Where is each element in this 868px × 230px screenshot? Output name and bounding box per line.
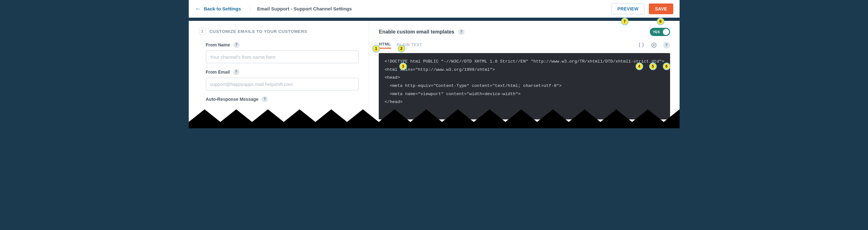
annotation-marker-7: 7: [621, 18, 629, 25]
annotation-marker-6: 6: [663, 63, 671, 70]
annotation-marker-8: 8: [657, 18, 664, 25]
right-column: Enable custom email templates ? YES HTML…: [369, 21, 679, 128]
annotation-marker-3: 3: [399, 63, 407, 70]
annotation-marker-5: 5: [649, 63, 657, 70]
from-name-input[interactable]: [206, 50, 359, 63]
annotation-marker-2: 2: [398, 45, 405, 52]
auto-response-label: Auto-Response Message: [206, 97, 258, 102]
enable-templates-toggle[interactable]: YES: [650, 28, 670, 36]
toggle-label: YES: [653, 30, 660, 34]
from-email-input[interactable]: [206, 78, 359, 90]
help-icon[interactable]: ?: [261, 96, 268, 102]
help-icon[interactable]: ?: [234, 42, 240, 48]
enable-templates-title: Enable custom email templates: [379, 29, 454, 35]
header-bar: ← Back to Settings Email Support - Suppo…: [189, 0, 680, 18]
annotation-marker-1: 1: [372, 45, 380, 52]
left-column: 1 CUSTOMIZE EMAILS TO YOUR CUSTOMERS Fro…: [189, 21, 370, 128]
section-title: CUSTOMIZE EMAILS TO YOUR CUSTOMERS: [210, 29, 308, 34]
gear-icon[interactable]: [650, 42, 657, 49]
toggle-knob: [663, 29, 669, 35]
help-icon[interactable]: ?: [233, 69, 239, 75]
help-icon[interactable]: ?: [458, 29, 465, 35]
from-email-label: From Email: [206, 70, 230, 75]
back-link[interactable]: ← Back to Settings: [195, 6, 241, 12]
help-icon[interactable]: ?: [663, 42, 670, 49]
braces-icon[interactable]: [638, 42, 645, 49]
from-name-label: From Name: [206, 42, 230, 47]
step-number: 1: [199, 28, 206, 35]
svg-point-0: [653, 44, 655, 46]
save-button[interactable]: SAVE: [649, 3, 673, 14]
preview-button[interactable]: PREVIEW: [612, 3, 645, 14]
annotation-marker-4: 4: [636, 63, 643, 70]
back-label: Back to Settings: [204, 6, 241, 11]
tab-html[interactable]: HTML: [379, 42, 391, 49]
code-editor[interactable]: <!DOCTYPE html PUBLIC "-//W3C//DTD XHTML…: [379, 53, 670, 119]
page-title: Email Support - Support Channel Settings: [257, 6, 352, 11]
arrow-left-icon: ←: [195, 5, 202, 12]
